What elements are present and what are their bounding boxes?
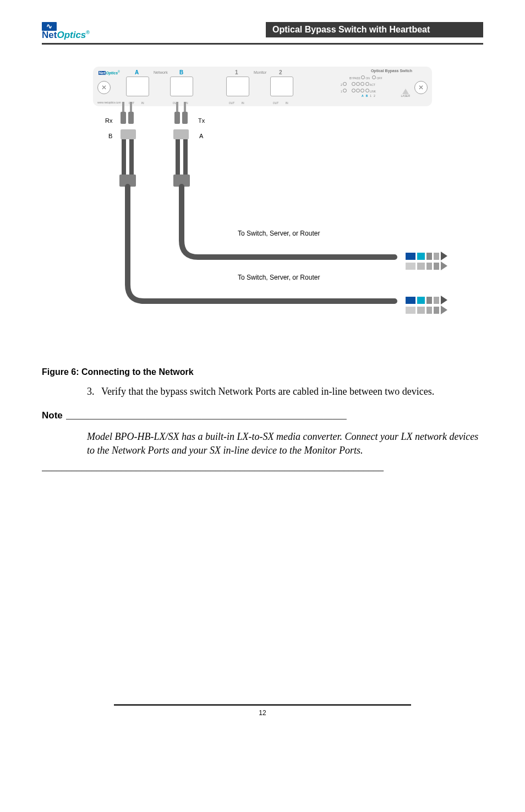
- led-icon: [360, 89, 364, 92]
- figure-caption: Figure 6: Connecting to the Network: [42, 367, 483, 377]
- port-network-a: [126, 77, 149, 96]
- panel-url: www.netoptics.com: [97, 101, 121, 104]
- note-body: Model BPO-HB-LX/SX has a built-in LX-to-…: [87, 430, 483, 457]
- arrow-icon: [406, 296, 447, 314]
- logo-optics: Optics: [57, 30, 86, 40]
- header-title-bar: Optical Bypass Switch with Heartbeat: [266, 22, 483, 37]
- b-label: B: [108, 133, 112, 139]
- note-heading: Note ___________________________________…: [42, 410, 483, 421]
- port-label-b: B: [179, 69, 183, 75]
- logo: ∿ NetOptics®: [42, 22, 100, 41]
- logo-reg: ®: [86, 30, 90, 35]
- page-number: 12: [42, 709, 483, 717]
- led-icon: [365, 89, 369, 92]
- laser-warning-icon: [402, 89, 409, 94]
- arrow-icon: [406, 252, 447, 270]
- a-label: A: [199, 133, 203, 139]
- svg-rect-2: [121, 129, 136, 139]
- rx-label: Rx: [105, 117, 112, 124]
- monitor-label: Monitor: [254, 70, 266, 74]
- svg-rect-14: [119, 175, 136, 187]
- panel-logo: NetOptics®: [99, 70, 120, 75]
- port-label-1: 1: [235, 69, 238, 75]
- svg-rect-3: [174, 112, 180, 124]
- svg-rect-10: [122, 139, 126, 183]
- tx-label: Tx: [198, 117, 205, 124]
- list-number: 3.: [87, 385, 101, 398]
- led-icon: [343, 89, 347, 92]
- divider-rule: ________________________________________…: [42, 461, 483, 473]
- svg-rect-15: [173, 175, 190, 187]
- header-underline: [42, 43, 483, 45]
- screw-icon: ✕: [97, 81, 111, 94]
- led-icon: [361, 75, 365, 79]
- logo-net: Net: [42, 30, 57, 40]
- svg-rect-11: [129, 139, 134, 183]
- port-monitor-2: [270, 77, 293, 96]
- led-icon: [352, 89, 356, 92]
- figure: NetOptics® ✕ ✕ www.netoptics.com A Netwo…: [86, 64, 439, 307]
- svg-rect-4: [182, 112, 188, 124]
- port-network-b: [170, 77, 193, 96]
- led-icon: [343, 82, 347, 86]
- status-panel: Optical Bypass Switch BYPASS ON OFF 2 AC…: [341, 69, 412, 104]
- list-item: 3. Verify that the bypass switch Network…: [87, 385, 483, 398]
- dest-label-1: To Switch, Server, or Router: [238, 230, 320, 237]
- footer-rule: [114, 704, 411, 706]
- network-label: Network: [154, 70, 168, 74]
- screw-icon: ✕: [414, 81, 428, 94]
- dest-label-2: To Switch, Server, or Router: [238, 274, 320, 281]
- list-text: Verify that the bypass switch Network Po…: [101, 385, 434, 398]
- led-icon: [356, 89, 360, 92]
- svg-rect-13: [183, 139, 188, 183]
- led-icon: [372, 75, 376, 79]
- led-icon: [365, 82, 369, 86]
- svg-rect-1: [128, 112, 134, 124]
- footer: 12: [42, 704, 483, 717]
- device-panel: NetOptics® ✕ ✕ www.netoptics.com A Netwo…: [93, 67, 432, 106]
- port-monitor-1: [226, 77, 249, 96]
- led-icon: [360, 82, 364, 86]
- led-icon: [352, 82, 356, 86]
- led-icon: [356, 82, 360, 86]
- svg-rect-12: [176, 139, 180, 183]
- svg-rect-5: [173, 129, 189, 139]
- port-label-2: 2: [279, 69, 282, 75]
- port-label-a: A: [135, 69, 139, 75]
- svg-rect-0: [121, 112, 126, 124]
